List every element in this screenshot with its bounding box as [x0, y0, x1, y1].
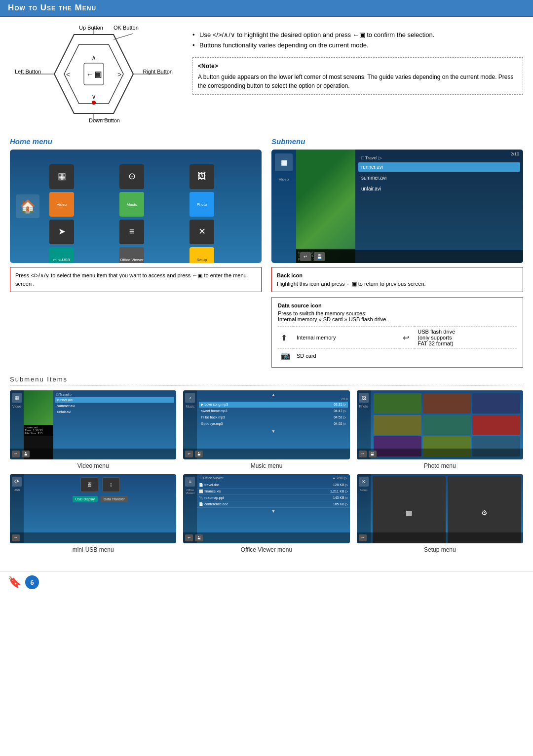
top-section: ←▣ ∧ ∨ < > — [10, 25, 523, 127]
music-down-arrow: ▼ — [199, 429, 347, 434]
photo-back-btn[interactable]: ↩ — [359, 451, 367, 457]
setup-mini-label: Setup — [360, 489, 368, 491]
office-item-3[interactable]: 📎 roadmap.ppt143 KB ▷ — [197, 495, 349, 501]
internal-memory-label: Internal memory — [294, 327, 400, 349]
menu-item-music-icon: ⊙ — [119, 164, 144, 189]
submenu-bottom-bar: ↩ 💾 — [296, 250, 523, 263]
usb-back-btn[interactable]: ↩ — [12, 534, 20, 541]
usb-mode-icon-1[interactable]: 🖥 — [80, 477, 98, 492]
submenu-video-icon: ▦ — [275, 153, 293, 171]
ok-button-label: OK Button — [114, 25, 139, 31]
music-menu-screen: ♪ Music ▲ 2/10 ▶ Love song.mp303:31 ▷ — [183, 390, 349, 459]
back-ctrl-btn[interactable]: ↩ — [300, 252, 311, 261]
submenu-items-title: Submenu Items — [10, 376, 523, 385]
instruction-item-2: Buttons functionality varies depending o… — [192, 40, 523, 50]
music-item-4[interactable]: Goodbye.mp304:52 ▷ — [199, 421, 347, 427]
usb-transfer-btn[interactable]: Data Transfer — [101, 496, 127, 502]
data-source-table: ⬆ Internal memory ↩ USB flash drive(only… — [278, 326, 517, 362]
usb-display-btn[interactable]: USB Display — [73, 496, 98, 502]
video-mem-btn[interactable]: 💾 — [22, 451, 30, 457]
svg-text:←▣: ←▣ — [86, 70, 102, 78]
internal-memory-icon: ⬆ — [281, 334, 287, 342]
ds-row-sd: 📷 SD card — [278, 349, 517, 363]
office-bottom-bar: ↩ 💾 — [183, 532, 349, 543]
video-folder: □ Travel ▷ — [55, 392, 174, 397]
main-content: ←▣ ∧ ∨ < > — [0, 17, 533, 566]
usb-mini-icon: ⟳ — [12, 477, 22, 487]
office-down-arrow: ▼ — [197, 508, 349, 514]
home-icon: 🏠 — [16, 194, 39, 218]
usb-menu-label: mini-USB menu — [73, 546, 114, 553]
menu-label-usb: mini-USB — [49, 247, 74, 263]
data-source-box: Data source icon Press to switch the mem… — [271, 297, 523, 368]
office-item-1[interactable]: 📄 travel.doc128 KB ▷ — [197, 482, 349, 489]
music-item-2[interactable]: sweet home.mp304:47 ▷ — [199, 408, 347, 414]
submenu-page-num: 2/10 — [510, 151, 519, 156]
menu-label-setup: Setup — [190, 247, 214, 263]
sd-card-label: SD card — [294, 349, 400, 363]
svg-point-8 — [92, 101, 96, 105]
setup-back-btn[interactable]: ↩ — [359, 534, 367, 541]
button-diagram: ←▣ ∧ ∨ < > — [15, 25, 173, 123]
up-button-label: Up Button — [79, 25, 103, 31]
menu-item-office-icon: ≡ — [119, 220, 144, 244]
page-footer: 🔖 6 — [0, 571, 533, 593]
music-bottom-bar: ↩ 💾 — [183, 449, 349, 459]
usb-flash-icon: ↩ — [403, 334, 409, 342]
instructions-area: Use </>/∧/∨ to highlight the desired opt… — [192, 25, 523, 127]
usb-bottom-bar: ↩ — [10, 532, 176, 543]
office-mini-icon: ≡ — [185, 477, 195, 487]
svg-text:∧: ∧ — [91, 54, 96, 62]
office-menu-block: ≡ Office Viewer □ Office Viewer ▲ 2/10 ▷… — [183, 474, 349, 553]
menu-item-video-icon: ▦ — [49, 164, 74, 189]
photo-cell-2 — [423, 393, 471, 414]
video-item-3[interactable]: unfair.avi — [55, 409, 174, 415]
video-mini-icon: ▦ — [12, 393, 22, 403]
office-item-2[interactable]: 📊 finance.xls1,211 KB ▷ — [197, 489, 349, 495]
submenu-item-3[interactable]: unfair.avi — [358, 184, 520, 193]
photo-cell-4 — [374, 415, 421, 435]
office-back-btn[interactable]: ↩ — [185, 534, 193, 541]
back-icon-label: Back icon — [277, 272, 303, 278]
data-source-title: Data source icon — [278, 302, 517, 308]
office-mem-btn[interactable]: 💾 — [195, 534, 203, 541]
office-menu-screen: ≡ Office Viewer □ Office Viewer ▲ 2/10 ▷… — [183, 474, 349, 543]
video-back-btn[interactable]: ↩ — [12, 451, 20, 457]
submenu-item-1[interactable]: runner.avi — [358, 162, 520, 172]
office-item-4[interactable]: 📄 conference.doc165 KB ▷ — [197, 501, 349, 508]
data-source-desc: Press to switch the memory sources: — [278, 310, 517, 316]
video-item-2[interactable]: summer.avi — [55, 403, 174, 409]
memory-ctrl-btn[interactable]: 💾 — [314, 252, 325, 261]
note-title: <Note> — [198, 62, 518, 71]
submenu-preview: runner.aviTime: 1:30:33File Size: 315 — [296, 150, 355, 263]
photo-menu-screen: 🖼 Photo — [357, 390, 523, 459]
svg-text:∨: ∨ — [91, 92, 96, 100]
photo-mem-btn[interactable]: 💾 — [369, 451, 377, 457]
menu-item-photo-icon: 🖼 — [190, 164, 214, 189]
menu-grid: ▦ ⊙ 🖼 Video Music — [49, 154, 257, 263]
office-menu-label: Office Viewer menu — [241, 546, 292, 553]
photo-cell-6 — [472, 415, 520, 435]
video-preview-info: runner.aviTime: 1:30:33File Size: 315 — [24, 425, 53, 436]
submenu-title: Submenu — [271, 137, 523, 146]
music-item-1[interactable]: ▶ Love song.mp303:31 ▷ — [199, 402, 347, 408]
video-item-1[interactable]: runner.avi — [55, 397, 174, 403]
music-item-3[interactable]: I'll be back.mp304:52 ▷ — [199, 415, 347, 420]
photo-mini-icon: 🖼 — [359, 393, 369, 403]
photo-menu-block: 🖼 Photo — [357, 390, 523, 469]
press-instruction-text: Press </>/∧/∨ to select the menu item th… — [15, 272, 247, 287]
submenu-item-2[interactable]: summer.avi — [358, 173, 520, 183]
submenu-list: □ Travel ▷ runner.avi summer.avi unfair.… — [355, 150, 523, 263]
diagram-area: ←▣ ∧ ∨ < > — [10, 25, 178, 127]
usb-flash-label: USB flash drive(only supportsFAT 32 form… — [415, 327, 517, 349]
menu-label-video: Video — [49, 192, 74, 217]
submenu-content: 2/10 runner.aviTime: 1:30:33File Size: 3… — [296, 150, 523, 263]
video-menu-label: Video menu — [77, 462, 109, 469]
music-back-btn[interactable]: ↩ — [185, 451, 193, 457]
back-icon-desc: Highlight this icon and press ←▣ to retu… — [277, 281, 426, 287]
instruction-item-1: Use </>/∧/∨ to highlight the desired opt… — [192, 30, 523, 40]
usb-mode-icon-2[interactable]: ↕ — [102, 477, 120, 492]
music-mem-btn[interactable]: 💾 — [195, 451, 203, 457]
photo-mini-label: Photo — [359, 405, 368, 408]
menu-label-photo: Photo — [190, 192, 214, 217]
